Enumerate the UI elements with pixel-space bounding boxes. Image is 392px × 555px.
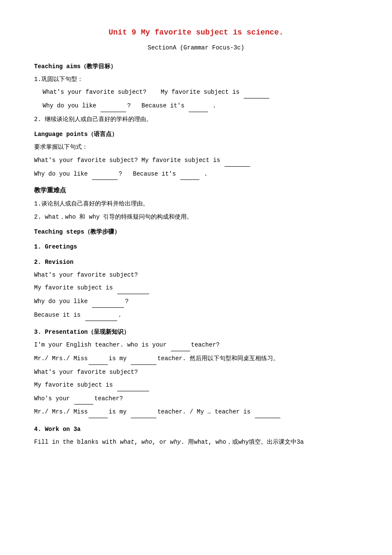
teaching-steps-heading: Teaching steps（教学步骤） xyxy=(34,227,358,237)
step3-line-2: Mr./ Mrs./ Miss is my teacher. 然后用以下句型和同… xyxy=(34,353,358,365)
step1-heading: 1. Greetings xyxy=(34,242,358,252)
blank-12 xyxy=(131,353,156,365)
step3-line-6: Mr./ Mrs./ Miss is my teacher. / My … te… xyxy=(34,406,358,418)
blank-1 xyxy=(244,87,269,98)
page-title: Unit 9 My favorite subject is science. xyxy=(34,26,358,39)
blank-5 xyxy=(92,168,118,180)
step3-heading: 3. Presentation（呈现新知识） xyxy=(34,327,358,338)
blank-2 xyxy=(101,100,126,112)
step2-line-3: Why do you like ? xyxy=(34,296,358,308)
blank-3 xyxy=(189,100,208,112)
blank-11 xyxy=(89,353,108,365)
step3-line-5: Who's your teacher? xyxy=(34,393,358,405)
difficulties-section: 教学重难点 1.谈论别人或自己喜好的学科并给出理由。 2. what，who 和… xyxy=(34,185,358,223)
difficulty-2: 2. what，who 和 why 引导的特殊疑问句的构成和使用。 xyxy=(34,211,358,223)
aims-line-2: Why do you like ? Because it's . xyxy=(43,100,358,112)
aims-item-2-label: 2. 继续谈论别人或自己喜好的学科的理由。 xyxy=(34,114,358,125)
step2-line-1: What's your favorite subject? xyxy=(34,269,358,281)
step4-italic-who: who xyxy=(141,439,152,445)
language-points-heading: Language points（语言点） xyxy=(34,129,358,140)
blank-13 xyxy=(117,379,149,391)
blank-16 xyxy=(131,406,156,418)
blank-17 xyxy=(255,406,280,418)
step3-line-4: My favorite subject is xyxy=(34,379,358,391)
teaching-steps-section: Teaching steps（教学步骤） 1. Greetings 2. Rev… xyxy=(34,227,358,448)
step3-line-1: I'm your English teacher. who is your te… xyxy=(34,339,358,351)
aims-item-1-label: 1.巩固以下句型： xyxy=(34,74,358,85)
difficulty-1: 1.谈论别人或自己喜好的学科并给出理由。 xyxy=(34,198,358,210)
blank-14 xyxy=(74,393,93,405)
teaching-aims-section: Teaching aims（教学目标） 1.巩固以下句型： What's you… xyxy=(34,61,358,125)
blank-15 xyxy=(89,406,108,418)
blank-6 xyxy=(180,168,199,180)
step2-heading: 2. Revision xyxy=(34,257,358,268)
lang-line-2: Why do you like ? Because it's . xyxy=(34,168,358,180)
page-container: Unit 9 My favorite subject is science. S… xyxy=(34,26,358,448)
teaching-aims-heading: Teaching aims（教学目标） xyxy=(34,61,358,72)
language-points-section: Language points（语言点） 要求掌握以下句式： What's yo… xyxy=(34,129,358,180)
step3-line-3: What's your favorite subject? xyxy=(34,367,358,378)
blank-4 xyxy=(225,155,250,167)
step2-line-4: Because it is . xyxy=(34,309,358,321)
blank-9 xyxy=(85,309,117,321)
step4-line-1: Fill in the blanks with what, who, or wh… xyxy=(34,436,358,448)
blank-8 xyxy=(92,296,124,308)
aims-line-1: What's your favorite subject? My favorit… xyxy=(43,87,358,98)
step4-italic-what: what xyxy=(120,439,135,445)
step2-line-2: My favorite subject is xyxy=(34,282,358,294)
blank-10 xyxy=(171,339,190,351)
step4-heading: 4. Work on 3a xyxy=(34,424,358,435)
difficulties-heading: 教学重难点 xyxy=(34,185,358,197)
lang-line-1: What's your favorite subject? My favorit… xyxy=(34,155,358,167)
subtitle: SectionA (Grammar Focus-3c) xyxy=(34,43,358,53)
lang-intro: 要求掌握以下句式： xyxy=(34,142,358,153)
blank-7 xyxy=(117,282,149,294)
step4-italic-why: why xyxy=(170,439,181,445)
